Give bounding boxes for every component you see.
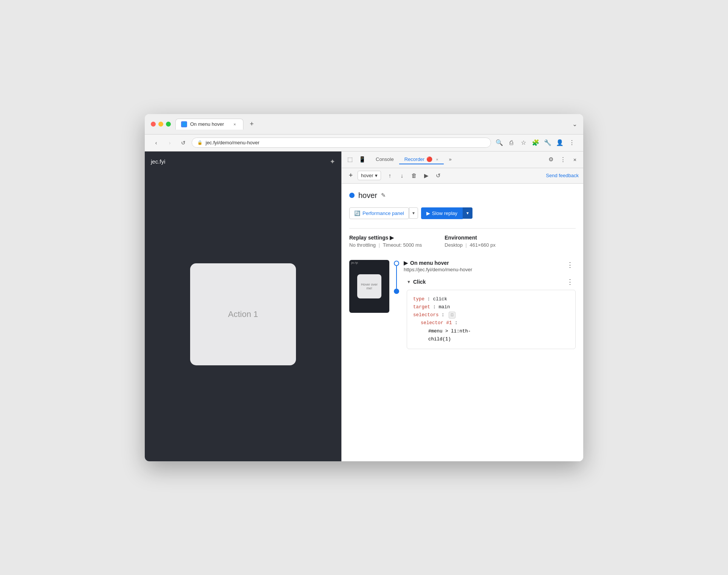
performance-panel-icon: 🔄 <box>354 210 360 216</box>
chevron-down-icon[interactable]: ⌄ <box>572 121 577 128</box>
environment-section: Environment Desktop | 461×660 px <box>445 235 496 248</box>
webpage-brand-row: jec.fyi ✦ <box>151 158 335 166</box>
click-code-block: type : click target : main <box>407 290 576 349</box>
tab-favicon: 🌐 <box>181 121 187 127</box>
bookmark-button[interactable]: ☆ <box>518 138 529 148</box>
device-icon[interactable]: 📱 <box>357 154 367 165</box>
tab-more[interactable]: » <box>444 155 457 164</box>
close-traffic-light[interactable] <box>151 122 156 127</box>
timeline-connector <box>394 260 399 294</box>
search-button[interactable]: 🔍 <box>494 138 505 148</box>
add-recording-button[interactable]: + <box>346 171 355 180</box>
profile-button[interactable]: 👤 <box>555 138 565 148</box>
undo-button[interactable]: ↺ <box>433 170 444 181</box>
replay-settings-section: Replay settings ▶ No throttling | Timeou… <box>349 235 422 248</box>
tab-console[interactable]: Console <box>370 155 399 164</box>
thumbnail-card-label: Hover over me! <box>359 283 380 290</box>
target-key: target <box>413 305 430 310</box>
settings-divider: | <box>379 242 381 248</box>
slow-replay-dropdown-button[interactable]: ▾ <box>463 207 472 219</box>
download-button[interactable]: ↓ <box>397 170 407 181</box>
recorder-content: hover ✎ 🔄 Performance panel ▾ ▶ <box>342 184 583 461</box>
target-val: main <box>439 305 450 310</box>
share-button[interactable]: ⎙ <box>506 138 517 148</box>
replay-settings-title[interactable]: Replay settings ▶ <box>349 235 422 241</box>
thumbnail-brand-text: jec.fyi <box>351 261 358 264</box>
new-tab-button[interactable]: + <box>246 119 257 129</box>
nav-bar: ‹ › ↺ 🔒 jec.fyi/demo/menu-hover 🔍 ⎙ ☆ 🧩 … <box>145 134 583 151</box>
theme-toggle-icon[interactable]: ✦ <box>330 158 335 166</box>
desktop-label: Desktop <box>445 242 463 248</box>
slow-replay-main-button[interactable]: ▶ Slow replay <box>421 207 463 219</box>
back-button[interactable]: ‹ <box>151 138 161 148</box>
browser-tab[interactable]: 🌐 On menu hover × <box>175 119 243 130</box>
recording-item-more-button[interactable]: ⋮ <box>564 260 576 270</box>
menu-button[interactable]: ⋮ <box>567 138 577 148</box>
forward-button[interactable]: › <box>164 138 175 148</box>
btn-row: 🔄 Performance panel ▾ ▶ Slow replay ▾ <box>349 207 576 219</box>
tabs-area: 🌐 On menu hover × + <box>175 119 568 130</box>
performance-panel-dropdown[interactable]: ▾ <box>409 207 418 219</box>
reload-button[interactable]: ↺ <box>178 138 189 148</box>
extensions-button[interactable]: 🧩 <box>530 138 541 148</box>
maximize-traffic-light[interactable] <box>166 122 171 127</box>
edit-recording-title-icon[interactable]: ✎ <box>381 192 386 199</box>
minimize-traffic-light[interactable] <box>158 122 163 127</box>
no-throttling-label: No throttling <box>349 242 376 248</box>
content-area: jec.fyi ✦ Action 1 ⬚ 📱 Console <box>145 151 583 461</box>
more-tabs-icon: » <box>449 156 452 162</box>
address-bar[interactable]: 🔒 jec.fyi/demo/menu-hover <box>192 138 491 148</box>
code-selector-num-line: selector #1 : <box>413 319 569 327</box>
recorder-tab-icon: 🔴 <box>426 156 432 162</box>
upload-button[interactable]: ↑ <box>385 170 395 181</box>
timeline-line <box>396 266 397 289</box>
delete-button[interactable]: 🗑 <box>409 170 420 181</box>
tab-recorder[interactable]: Recorder 🔴 × <box>399 155 444 164</box>
selector-type-icon[interactable]: ⬚ <box>449 312 455 318</box>
thumbnail-card: Hover over me! <box>357 274 381 298</box>
recording-title-row: hover ✎ <box>349 191 576 200</box>
environment-title: Environment <box>445 235 496 241</box>
window-controls: ⌄ <box>572 121 577 128</box>
resolution-label: 461×660 px <box>470 242 496 248</box>
type-colon: : <box>428 297 433 302</box>
devtools-button[interactable]: 🔧 <box>542 138 553 148</box>
performance-panel-button[interactable]: 🔄 Performance panel <box>349 207 409 219</box>
expand-icon: ▶ <box>404 260 408 266</box>
recording-selector[interactable]: hover ▾ <box>358 171 381 180</box>
click-collapse-icon[interactable]: ▼ <box>407 280 411 284</box>
click-action-label: Click <box>413 279 426 285</box>
recorder-tab-label: Recorder <box>404 156 424 162</box>
timeout-label: Timeout: 5000 ms <box>383 242 422 248</box>
target-colon: : <box>433 305 439 310</box>
recording-item-title[interactable]: ▶ On menu hover <box>404 260 564 266</box>
recording-item-url: https://jec.fyi/demo/menu-hover <box>404 267 564 272</box>
settings-icon[interactable]: ⚙ <box>545 154 556 165</box>
selector-num-colon: : <box>455 320 458 326</box>
close-devtools-button[interactable]: × <box>570 154 580 165</box>
title-bar: 🌐 On menu hover × + ⌄ <box>145 114 583 134</box>
recording-title-text: On menu hover <box>410 260 449 266</box>
code-selector-val1: #menu > li:nth- <box>413 328 569 335</box>
recorder-tab-close[interactable]: × <box>436 157 438 162</box>
nav-actions: 🔍 ⎙ ☆ 🧩 🔧 👤 ⋮ <box>494 138 577 148</box>
replay-settings-label: Replay settings <box>349 235 388 241</box>
recorder-actions: ↑ ↓ 🗑 ▶ ↺ <box>385 170 444 181</box>
devtools-toolbar: ⬚ 📱 Console Recorder 🔴 × » <box>342 151 583 168</box>
performance-panel-label: Performance panel <box>362 210 404 216</box>
lock-icon: 🔒 <box>197 140 203 145</box>
type-key: type <box>413 297 424 302</box>
send-feedback-link[interactable]: Send feedback <box>546 173 579 178</box>
click-title-row: ▼ Click ⋮ <box>407 277 576 287</box>
environment-detail: Desktop | 461×660 px <box>445 242 496 248</box>
environment-label: Environment <box>445 235 477 241</box>
tab-close-button[interactable]: × <box>232 121 238 127</box>
recorder-toolbar: + hover ▾ ↑ ↓ 🗑 ▶ ↺ Send feedback <box>342 168 583 184</box>
inspector-icon[interactable]: ⬚ <box>345 154 355 165</box>
recording-first-content: ▶ On menu hover https://jec.fyi/demo/men… <box>404 260 564 272</box>
slow-replay-label: Slow replay <box>432 210 457 216</box>
play-button[interactable]: ▶ <box>421 170 432 181</box>
recording-status-dot <box>349 193 355 198</box>
more-options-icon[interactable]: ⋮ <box>558 154 568 165</box>
click-action-more-button[interactable]: ⋮ <box>564 277 576 287</box>
